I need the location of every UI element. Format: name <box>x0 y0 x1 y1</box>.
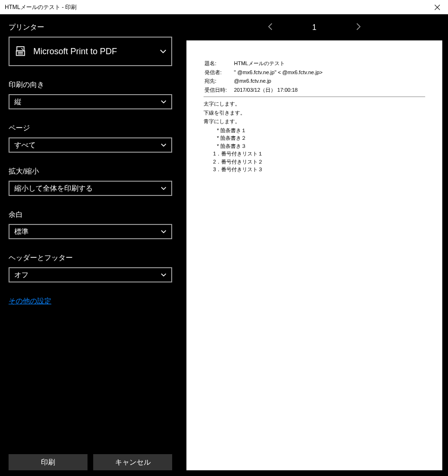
pages-label: ページ <box>9 124 172 133</box>
list-item: 箇条書き３ <box>217 142 425 150</box>
email-headers: 題名:HTMLメールのテスト 発信者:" @mx6.fctv.ne.jp" < … <box>204 58 323 95</box>
close-icon <box>435 5 440 10</box>
page-number: 1 <box>312 23 317 32</box>
prev-page-button[interactable] <box>264 20 277 35</box>
chevron-down-icon <box>161 229 166 234</box>
orientation-label: 印刷の向き <box>9 80 172 89</box>
body-line-bold: 太字にします。 <box>204 100 425 108</box>
svg-rect-0 <box>17 47 24 51</box>
header-footer-select[interactable]: オフ <box>9 267 172 282</box>
list-item: 箇条書き１ <box>217 126 425 135</box>
margins-value: 標準 <box>14 227 29 236</box>
list-item: 2．番号付きリスト２ <box>213 158 425 166</box>
close-button[interactable] <box>427 0 448 14</box>
chevron-right-icon <box>355 23 361 30</box>
list-item: 1．番号付きリスト１ <box>213 150 425 158</box>
bullet-list: 箇条書き１ 箇条書き２ 箇条書き３ <box>217 126 425 150</box>
printer-value: Microsoft Print to PDF <box>33 47 117 57</box>
body-line-underline: 下線を引きます。 <box>204 109 425 117</box>
page-preview: 題名:HTMLメールのテスト 発信者:" @mx6.fctv.ne.jp" < … <box>186 40 442 470</box>
scale-label: 拡大/縮小 <box>9 167 172 176</box>
chevron-down-icon <box>161 99 166 105</box>
orientation-select[interactable]: 縦 <box>9 94 172 109</box>
chevron-down-icon <box>161 272 166 278</box>
margins-select[interactable]: 標準 <box>9 224 172 239</box>
titlebar: HTMLメールのテスト - 印刷 <box>0 0 448 14</box>
scale-select[interactable]: 縮小して全体を印刷する <box>9 181 172 196</box>
svg-rect-1 <box>16 51 24 56</box>
body-line-blue: 青字にします。 <box>204 117 425 126</box>
window-title: HTMLメールのテスト - 印刷 <box>5 3 77 11</box>
print-button[interactable]: 印刷 <box>9 454 88 470</box>
chevron-down-icon <box>161 185 166 191</box>
pages-select[interactable]: すべて <box>9 137 172 153</box>
printer-icon <box>14 45 27 58</box>
pages-value: すべて <box>14 141 36 150</box>
chevron-down-icon <box>160 48 166 55</box>
printer-select[interactable]: Microsoft Print to PDF <box>9 37 172 66</box>
next-page-button[interactable] <box>352 20 364 35</box>
chevron-down-icon <box>161 142 166 148</box>
cancel-button[interactable]: キャンセル <box>93 454 172 470</box>
orientation-value: 縦 <box>14 97 21 107</box>
list-item: 箇条書き２ <box>217 134 425 142</box>
header-footer-label: ヘッダーとフッター <box>9 253 172 262</box>
more-settings-link[interactable]: その他の設定 <box>9 297 172 306</box>
print-options-panel: プリンター Microsoft Print to PDF 印刷の向き 縦 <box>0 14 181 476</box>
margins-label: 余白 <box>9 210 172 219</box>
preview-panel: 1 題名:HTMLメールのテスト 発信者:" @mx6.fctv.ne.jp" … <box>181 14 448 476</box>
printer-label: プリンター <box>9 23 172 32</box>
list-item: 3．番号付きリスト３ <box>213 165 425 174</box>
scale-value: 縮小して全体を印刷する <box>14 184 93 193</box>
page-nav: 1 <box>186 14 442 40</box>
chevron-left-icon <box>267 23 274 30</box>
ordered-list: 1．番号付きリスト１ 2．番号付きリスト２ 3．番号付きリスト３ <box>213 150 425 174</box>
header-footer-value: オフ <box>14 271 29 280</box>
